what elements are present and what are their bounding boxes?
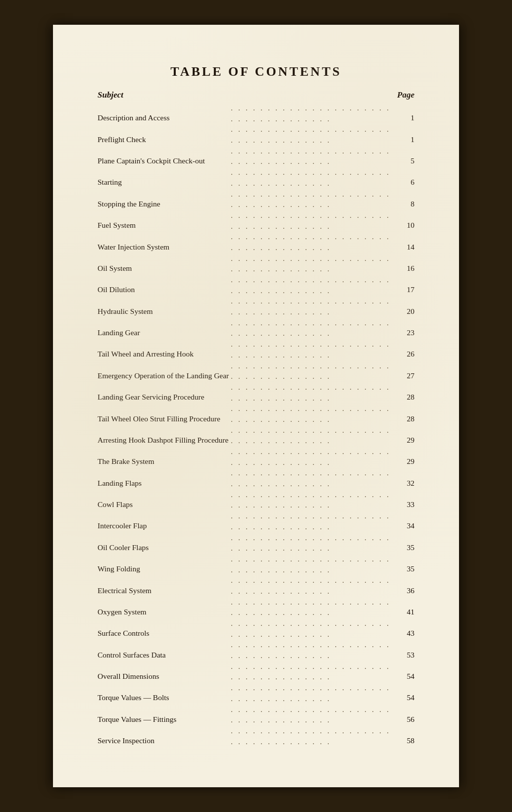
toc-dots: . . . . . . . . . . . . . . . . . . . . … — [229, 382, 397, 404]
toc-dots: . . . . . . . . . . . . . . . . . . . . … — [229, 597, 397, 618]
toc-dots: . . . . . . . . . . . . . . . . . . . . … — [229, 726, 397, 747]
toc-page-number: 53 — [397, 640, 414, 661]
toc-subject: Landing Gear — [98, 318, 229, 339]
toc-dots: . . . . . . . . . . . . . . . . . . . . … — [229, 425, 397, 447]
toc-subject: Overall Dimensions — [98, 661, 229, 683]
toc-page-number: 54 — [397, 683, 414, 704]
toc-page-number: 34 — [397, 511, 414, 532]
toc-row: Landing Gear Servicing Procedure. . . . … — [98, 382, 414, 404]
toc-page-number: 27 — [397, 361, 414, 382]
toc-dots: . . . . . . . . . . . . . . . . . . . . … — [229, 210, 397, 232]
toc-page-number: 23 — [397, 318, 414, 339]
toc-page-number: 20 — [397, 296, 414, 317]
toc-page-number: 6 — [397, 167, 414, 189]
toc-dots: . . . . . . . . . . . . . . . . . . . . … — [229, 296, 397, 317]
toc-subject: Wing Folding — [98, 554, 229, 575]
toc-row: Starting. . . . . . . . . . . . . . . . … — [98, 167, 414, 189]
toc-page-number: 29 — [397, 447, 414, 468]
page-title: TABLE OF CONTENTS — [98, 64, 414, 79]
toc-row: Electrical System. . . . . . . . . . . .… — [98, 575, 414, 597]
toc-page-number: 1 — [397, 124, 414, 146]
toc-subject: Torque Values — Fittings — [98, 705, 229, 726]
toc-subject: Control Surfaces Data — [98, 640, 229, 661]
toc-row: Landing Flaps. . . . . . . . . . . . . .… — [98, 468, 414, 489]
toc-table: Subject Page Description and Access. . .… — [98, 90, 414, 747]
subject-header: Subject — [98, 90, 229, 103]
toc-row: Oil System. . . . . . . . . . . . . . . … — [98, 254, 414, 275]
toc-page-number: 1 — [397, 103, 414, 124]
toc-subject: Electrical System — [98, 575, 229, 597]
toc-row: Oil Dilution. . . . . . . . . . . . . . … — [98, 275, 414, 296]
toc-subject: Oil Cooler Flaps — [98, 533, 229, 554]
toc-subject: Description and Access — [98, 103, 229, 124]
toc-subject: Service Inspection — [98, 726, 229, 747]
toc-page-number: 35 — [397, 533, 414, 554]
toc-dots: . . . . . . . . . . . . . . . . . . . . … — [229, 640, 397, 661]
toc-subject: Cowl Flaps — [98, 490, 229, 511]
toc-subject: Torque Values — Bolts — [98, 683, 229, 704]
toc-page-number: 8 — [397, 189, 414, 210]
toc-page-number: 43 — [397, 618, 414, 640]
toc-page-number: 58 — [397, 726, 414, 747]
toc-page-number: 54 — [397, 661, 414, 683]
toc-row: Fuel System. . . . . . . . . . . . . . .… — [98, 210, 414, 232]
toc-page-number: 36 — [397, 575, 414, 597]
toc-page-number: 35 — [397, 554, 414, 575]
toc-dots: . . . . . . . . . . . . . . . . . . . . … — [229, 490, 397, 511]
toc-page-number: 26 — [397, 339, 414, 360]
toc-page-number: 17 — [397, 275, 414, 296]
toc-page-number: 28 — [397, 382, 414, 404]
toc-row: Cowl Flaps. . . . . . . . . . . . . . . … — [98, 490, 414, 511]
toc-row: Preflight Check. . . . . . . . . . . . .… — [98, 124, 414, 146]
toc-row: Wing Folding. . . . . . . . . . . . . . … — [98, 554, 414, 575]
toc-dots: . . . . . . . . . . . . . . . . . . . . … — [229, 554, 397, 575]
toc-dots: . . . . . . . . . . . . . . . . . . . . … — [229, 361, 397, 382]
toc-subject: Surface Controls — [98, 618, 229, 640]
toc-row: Tail Wheel and Arresting Hook. . . . . .… — [98, 339, 414, 360]
toc-row: Torque Values — Fittings. . . . . . . . … — [98, 705, 414, 726]
toc-dots: . . . . . . . . . . . . . . . . . . . . … — [229, 511, 397, 532]
toc-dots: . . . . . . . . . . . . . . . . . . . . … — [229, 318, 397, 339]
page-header: Page — [397, 90, 414, 103]
toc-subject: Oxygen System — [98, 597, 229, 618]
toc-dots: . . . . . . . . . . . . . . . . . . . . … — [229, 103, 397, 124]
toc-row: Oxygen System. . . . . . . . . . . . . .… — [98, 597, 414, 618]
toc-subject: Landing Gear Servicing Procedure — [98, 382, 229, 404]
toc-subject: Landing Flaps — [98, 468, 229, 489]
toc-dots: . . . . . . . . . . . . . . . . . . . . … — [229, 189, 397, 210]
toc-dots: . . . . . . . . . . . . . . . . . . . . … — [229, 146, 397, 167]
toc-row: Emergency Operation of the Landing Gear.… — [98, 361, 414, 382]
toc-subject: Emergency Operation of the Landing Gear — [98, 361, 229, 382]
toc-subject: Fuel System — [98, 210, 229, 232]
toc-page-number: 41 — [397, 597, 414, 618]
toc-subject: Hydraulic System — [98, 296, 229, 317]
toc-row: Hydraulic System. . . . . . . . . . . . … — [98, 296, 414, 317]
toc-row: The Brake System. . . . . . . . . . . . … — [98, 447, 414, 468]
toc-row: Overall Dimensions. . . . . . . . . . . … — [98, 661, 414, 683]
toc-row: Control Surfaces Data. . . . . . . . . .… — [98, 640, 414, 661]
toc-dots: . . . . . . . . . . . . . . . . . . . . … — [229, 618, 397, 640]
toc-subject: Plane Captain's Cockpit Check-out — [98, 146, 229, 167]
toc-dots: . . . . . . . . . . . . . . . . . . . . … — [229, 661, 397, 683]
toc-dots: . . . . . . . . . . . . . . . . . . . . … — [229, 275, 397, 296]
toc-subject: Starting — [98, 167, 229, 189]
toc-row: Plane Captain's Cockpit Check-out. . . .… — [98, 146, 414, 167]
toc-subject: Intercooler Flap — [98, 511, 229, 532]
toc-row: Torque Values — Bolts. . . . . . . . . .… — [98, 683, 414, 704]
toc-dots: . . . . . . . . . . . . . . . . . . . . … — [229, 533, 397, 554]
toc-page-number: 10 — [397, 210, 414, 232]
toc-dots: . . . . . . . . . . . . . . . . . . . . … — [229, 339, 397, 360]
toc-row: Water Injection System. . . . . . . . . … — [98, 232, 414, 253]
toc-dots: . . . . . . . . . . . . . . . . . . . . … — [229, 575, 397, 597]
toc-dots: . . . . . . . . . . . . . . . . . . . . … — [229, 232, 397, 253]
toc-dots: . . . . . . . . . . . . . . . . . . . . … — [229, 124, 397, 146]
toc-page-number: 32 — [397, 468, 414, 489]
toc-page-number: 16 — [397, 254, 414, 275]
toc-row: Intercooler Flap. . . . . . . . . . . . … — [98, 511, 414, 532]
toc-page-number: 14 — [397, 232, 414, 253]
toc-page-number: 33 — [397, 490, 414, 511]
toc-page-number: 29 — [397, 425, 414, 447]
toc-row: Oil Cooler Flaps. . . . . . . . . . . . … — [98, 533, 414, 554]
toc-subject: Tail Wheel Oleo Strut Filling Procedure — [98, 404, 229, 425]
toc-page-number: 5 — [397, 146, 414, 167]
